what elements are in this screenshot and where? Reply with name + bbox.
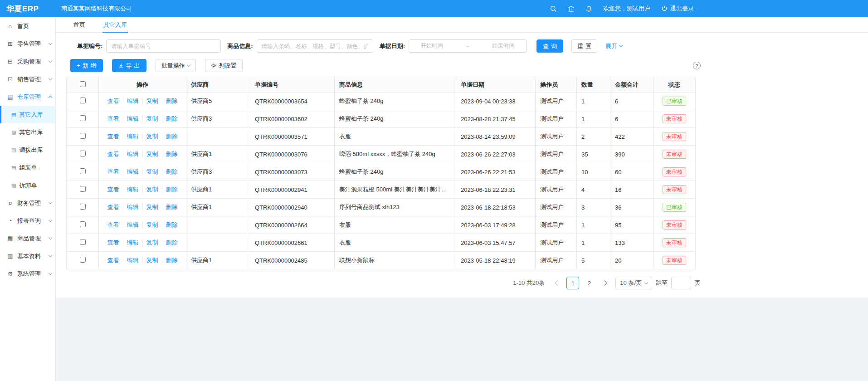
batch-operations-button[interactable]: 批量操作 — [156, 59, 196, 72]
date-end-placeholder: 结束时间 — [492, 42, 515, 50]
view-link[interactable]: 查看 — [104, 132, 123, 141]
view-link[interactable]: 查看 — [104, 168, 123, 176]
sidebar-item-allocation-outbound[interactable]: ▤ 调拨出库 — [0, 141, 55, 159]
delete-link[interactable]: 删除 — [162, 115, 181, 123]
sidebar-item-report[interactable]: ◔ 报表查询 — [0, 212, 55, 230]
row-actions: 查看 编辑 复制 删除 — [104, 239, 181, 247]
home-icon: ⌂ — [6, 23, 14, 29]
delete-link[interactable]: 删除 — [162, 256, 181, 264]
sidebar-item-basic-data[interactable]: ▥ 基本资料 — [0, 247, 55, 265]
row-checkbox[interactable] — [80, 221, 86, 227]
logout-button[interactable]: 退出登录 — [661, 5, 694, 13]
row-checkbox[interactable] — [80, 151, 86, 156]
col-header-status: 状态 — [653, 77, 696, 93]
delete-link[interactable]: 删除 — [162, 203, 181, 211]
edit-link[interactable]: 编辑 — [123, 256, 142, 264]
copy-link[interactable]: 复制 — [142, 97, 162, 105]
delete-link[interactable]: 删除 — [162, 97, 181, 105]
jump-page-input[interactable] — [671, 277, 691, 289]
edit-link[interactable]: 编辑 — [123, 150, 142, 158]
copy-link[interactable]: 复制 — [142, 203, 162, 211]
view-link[interactable]: 查看 — [104, 256, 123, 264]
sidebar-item-purchase[interactable]: ⊟ 采购管理 — [0, 53, 55, 70]
copy-link[interactable]: 复制 — [142, 239, 162, 247]
view-link[interactable]: 查看 — [104, 186, 123, 194]
tab-other-inbound[interactable]: 其它入库 — [102, 17, 128, 32]
copy-link[interactable]: 复制 — [142, 256, 162, 264]
sidebar-item-goods[interactable]: ▦ 商品管理 — [0, 230, 55, 247]
view-link[interactable]: 查看 — [104, 115, 123, 123]
delete-link[interactable]: 删除 — [162, 168, 181, 176]
sidebar-item-finance[interactable]: ¤ 财务管理 — [0, 194, 55, 212]
row-checkbox[interactable] — [80, 186, 86, 192]
search-icon[interactable] — [550, 5, 557, 12]
export-button[interactable]: 导出 — [112, 59, 146, 72]
view-link[interactable]: 查看 — [104, 150, 123, 158]
copy-link[interactable]: 复制 — [142, 150, 162, 158]
copy-link[interactable]: 复制 — [142, 115, 162, 123]
delete-link[interactable]: 删除 — [162, 150, 181, 158]
edit-link[interactable]: 编辑 — [123, 239, 142, 247]
row-checkbox[interactable] — [80, 239, 86, 245]
notification-bell-icon[interactable] — [585, 5, 592, 12]
prev-page-button[interactable] — [550, 277, 563, 289]
edit-link[interactable]: 编辑 — [123, 168, 142, 176]
delete-link[interactable]: 删除 — [162, 221, 181, 229]
view-link[interactable]: 查看 — [104, 203, 123, 211]
row-checkbox[interactable] — [80, 204, 86, 210]
platform-icon[interactable] — [568, 5, 575, 12]
sidebar-item-other-outbound[interactable]: ▤ 其它出库 — [0, 123, 55, 141]
delete-link[interactable]: 删除 — [162, 186, 181, 194]
edit-link[interactable]: 编辑 — [123, 132, 142, 141]
status-badge: 未审核 — [663, 256, 686, 265]
sidebar-item-other-inbound[interactable]: ▤ 其它入库 — [0, 106, 55, 123]
copy-link[interactable]: 复制 — [142, 221, 162, 229]
date-range-picker[interactable]: 开始时间 ~ 结束时间 — [409, 39, 527, 53]
next-page-button[interactable] — [599, 277, 612, 289]
expand-link[interactable]: 展开 — [605, 42, 622, 50]
add-button[interactable]: +新增 — [70, 59, 103, 72]
table-row: 查看 编辑 复制 删除 供应商1 QTRK00000002485 联想小新鼠标 … — [67, 252, 696, 269]
row-checkbox[interactable] — [80, 98, 86, 103]
bill-no-label: 单据编号: — [77, 42, 102, 50]
reset-button[interactable]: 重置 — [571, 39, 597, 53]
edit-link[interactable]: 编辑 — [123, 221, 142, 229]
edit-link[interactable]: 编辑 — [123, 97, 142, 105]
row-checkbox[interactable] — [80, 168, 86, 174]
help-icon[interactable]: ? — [693, 62, 701, 69]
bill-no-input[interactable] — [106, 39, 221, 53]
sidebar-item-home[interactable]: ⌂ 首页 — [0, 17, 55, 35]
edit-link[interactable]: 编辑 — [123, 186, 142, 194]
copy-link[interactable]: 复制 — [142, 132, 162, 141]
edit-link[interactable]: 编辑 — [123, 115, 142, 123]
material-input[interactable] — [257, 39, 373, 53]
sidebar-item-disassembly[interactable]: ▤ 拆卸单 — [0, 176, 55, 194]
view-link[interactable]: 查看 — [104, 239, 123, 247]
row-checkbox[interactable] — [80, 257, 86, 263]
row-actions: 查看 编辑 复制 删除 — [104, 97, 181, 105]
view-link[interactable]: 查看 — [104, 221, 123, 229]
qty-cell: 1 — [577, 234, 610, 252]
select-all-checkbox[interactable] — [80, 81, 86, 87]
view-link[interactable]: 查看 — [104, 97, 123, 105]
tab-home[interactable]: 首页 — [73, 17, 86, 32]
search-button[interactable]: 查询 — [536, 39, 563, 53]
row-checkbox[interactable] — [80, 133, 86, 139]
page-button-1[interactable]: 1 — [566, 277, 579, 289]
sidebar-item-system[interactable]: ⚙ 系统管理 — [0, 265, 55, 283]
delete-link[interactable]: 删除 — [162, 132, 181, 141]
page-panel: 单据编号: 商品信息: 单据日期: 开始时间 ~ 结束时间 查询 重置 — [56, 33, 868, 298]
supplier-cell: 供应商1 — [186, 181, 250, 199]
delete-link[interactable]: 删除 — [162, 239, 181, 247]
column-settings-button[interactable]: 列设置 — [205, 59, 243, 72]
sidebar-item-retail[interactable]: ⊞ 零售管理 — [0, 35, 55, 53]
copy-link[interactable]: 复制 — [142, 186, 162, 194]
page-size-select[interactable]: 10 条/页 — [615, 277, 652, 289]
sidebar-item-assembly[interactable]: ▤ 组装单 — [0, 159, 55, 176]
sidebar-item-sales[interactable]: ⊡ 销售管理 — [0, 70, 55, 88]
page-button-2[interactable]: 2 — [583, 277, 595, 289]
edit-link[interactable]: 编辑 — [123, 203, 142, 211]
copy-link[interactable]: 复制 — [142, 168, 162, 176]
sidebar-item-warehouse[interactable]: ▤ 仓库管理 — [0, 88, 55, 106]
row-checkbox[interactable] — [80, 115, 86, 121]
